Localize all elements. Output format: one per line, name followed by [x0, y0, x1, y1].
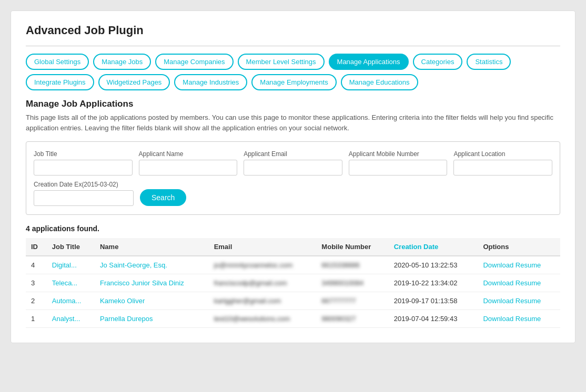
col-header-options: Options [478, 238, 560, 256]
row-mobile: 667777777 [316, 292, 388, 310]
col-header-job-title: Job Title [47, 238, 95, 256]
search-button[interactable]: Search [140, 189, 186, 206]
creation-date-input[interactable] [34, 190, 134, 206]
app-title: Advanced Job Plugin [26, 24, 560, 37]
applicant-location-label: Applicant Location [453, 150, 552, 158]
table-row: 4Digital...Jo Saint-George, Esq.jo@nnnnt… [26, 256, 560, 274]
filter-box: Job Title Applicant Name Applicant Email… [26, 141, 560, 215]
row-id: 1 [26, 310, 47, 328]
nav-btn-manage-industries[interactable]: Manage Industries [174, 74, 247, 90]
applicant-name-label: Applicant Name [139, 150, 238, 158]
row-options[interactable]: Download Resume [478, 274, 560, 292]
job-title-input[interactable] [34, 160, 133, 176]
applicant-mobile-label: Applicant Mobile Number [349, 150, 448, 158]
row-creation-date: 2019-10-22 13:34:02 [389, 274, 478, 292]
applicant-mobile-field: Applicant Mobile Number [349, 150, 448, 176]
nav-btn-member-level-settings[interactable]: Member Level Settings [238, 54, 325, 70]
row-name[interactable]: Francisco Junior Silva Diniz [95, 274, 209, 292]
creation-date-label: Creation Date Ex(2015-03-02) [34, 181, 134, 188]
row-job-title[interactable]: Digital... [47, 256, 95, 274]
row-name[interactable]: Kameko Oliver [95, 292, 209, 310]
applicant-location-field: Applicant Location [453, 150, 552, 176]
nav-btn-widgetized-pages[interactable]: Widgetized Pages [98, 74, 170, 90]
row-mobile: 6615338886 [316, 256, 388, 274]
applicant-email-label: Applicant Email [244, 150, 342, 158]
row-mobile: 980090327 [316, 310, 388, 328]
filter-row-top: Job Title Applicant Name Applicant Email… [34, 150, 552, 176]
applicant-location-input[interactable] [453, 160, 552, 176]
table-body: 4Digital...Jo Saint-George, Esq.jo@nnnnt… [26, 256, 560, 328]
filter-row-bottom: Creation Date Ex(2015-03-02) Search [34, 181, 552, 206]
nav-btn-categories[interactable]: Categories [413, 54, 463, 70]
page-description: This page lists all of the job applicati… [26, 112, 560, 133]
row-creation-date: 2020-05-10 13:22:53 [389, 256, 478, 274]
nav-btn-integrate-plugins[interactable]: Integrate Plugins [26, 74, 94, 90]
row-name[interactable]: Jo Saint-George, Esq. [95, 256, 209, 274]
nav-btn-statistics[interactable]: Statistics [467, 54, 511, 70]
row-job-title[interactable]: Analyst... [47, 310, 95, 328]
col-header-name: Name [95, 238, 209, 256]
row-creation-date: 2019-07-04 12:59:43 [389, 310, 478, 328]
page-heading: Manage Job Applications [26, 99, 560, 109]
row-name[interactable]: Parnella Durepos [95, 310, 209, 328]
row-options[interactable]: Download Resume [478, 292, 560, 310]
applicant-mobile-input[interactable] [349, 160, 448, 176]
nav-btn-manage-companies[interactable]: Manage Companies [155, 54, 233, 70]
job-title-label: Job Title [34, 150, 133, 158]
col-header-id: ID [26, 238, 47, 256]
row-job-title[interactable]: Teleca... [47, 274, 95, 292]
row-options[interactable]: Download Resume [478, 256, 560, 274]
applicant-name-field: Applicant Name [139, 150, 238, 176]
row-job-title[interactable]: Automa... [47, 292, 95, 310]
nav-btn-manage-educations[interactable]: Manage Educations [341, 74, 418, 90]
row-id: 2 [26, 292, 47, 310]
row-email: franciscodp@gmail.com [209, 274, 317, 292]
row-email: kartggher@gmail.com [209, 292, 317, 310]
table-row: 3Teleca...Francisco Junior Silva Dinizfr… [26, 274, 560, 292]
table-row: 2Automa...Kameko Oliverkartggher@gmail.c… [26, 292, 560, 310]
divider [26, 46, 560, 46]
row-email: test10@wesolutions.com [209, 310, 317, 328]
row-id: 4 [26, 256, 47, 274]
applications-table: IDJob TitleNameEmailMobile NumberCreatio… [26, 238, 560, 328]
nav-btn-manage-employments[interactable]: Manage Employments [251, 74, 336, 90]
nav-btn-global-settings[interactable]: Global Settings [26, 54, 89, 70]
table-header-row: IDJob TitleNameEmailMobile NumberCreatio… [26, 238, 560, 256]
applicant-email-field: Applicant Email [244, 150, 342, 176]
applicant-name-input[interactable] [139, 160, 238, 176]
table-row: 1Analyst...Parnella Durepostest10@wesolu… [26, 310, 560, 328]
applicant-email-input[interactable] [244, 160, 342, 176]
nav-btn-manage-jobs[interactable]: Manage Jobs [93, 54, 151, 70]
row-options[interactable]: Download Resume [478, 310, 560, 328]
nav-buttons: Global SettingsManage JobsManage Compani… [26, 54, 560, 90]
col-header-creation-date[interactable]: Creation Date [389, 238, 478, 256]
row-mobile: 34990010084 [316, 274, 388, 292]
col-header-mobile-number: Mobile Number [316, 238, 388, 256]
nav-btn-manage-applications[interactable]: Manage Applications [329, 54, 409, 70]
creation-date-field: Creation Date Ex(2015-03-02) [34, 181, 134, 206]
main-container: Advanced Job Plugin Global SettingsManag… [11, 11, 575, 343]
results-count: 4 applications found. [26, 224, 560, 233]
job-title-field: Job Title [34, 150, 133, 176]
row-email: jo@nnnntycoanneloc.com [209, 256, 317, 274]
row-id: 3 [26, 274, 47, 292]
col-header-email: Email [209, 238, 317, 256]
row-creation-date: 2019-09-17 01:13:58 [389, 292, 478, 310]
